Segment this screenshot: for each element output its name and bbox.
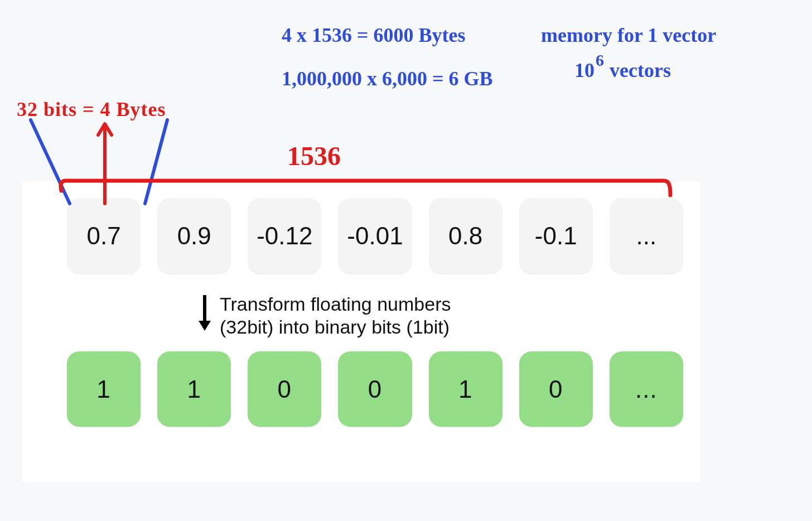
bit-cell: 0 (338, 351, 412, 427)
quantization-panel: 0.7 0.9 -0.12 -0.01 0.8 -0.1 ... Transfo… (22, 181, 700, 483)
label-32bits: 32 bits = 4 Bytes (17, 98, 166, 121)
float-cell: -0.12 (248, 198, 321, 273)
svg-marker-1 (199, 321, 211, 331)
label-vector-count: 106vectors (574, 59, 671, 82)
vectors-exp: 6 (596, 51, 604, 69)
float-cell: 0.8 (429, 198, 502, 273)
vectors-tail: vectors (610, 59, 671, 81)
float-cell: -0.1 (519, 198, 593, 273)
label-dimension-1536: 1536 (287, 141, 341, 171)
float-cell: 0.7 (67, 198, 141, 273)
diagram-stage: 4 x 1536 = 6000 Bytes 1,000,000 x 6,000 … (0, 0, 812, 521)
arrow-down-icon (195, 293, 214, 332)
float-vector-row: 0.7 0.9 -0.12 -0.01 0.8 -0.1 ... (67, 198, 683, 273)
bit-cell: 0 (519, 351, 593, 427)
bit-cell: 1 (157, 351, 231, 427)
bit-cell: 0 (248, 351, 321, 427)
float-cell: -0.01 (338, 198, 412, 273)
binary-vector-row: 1 1 0 0 1 0 ... (67, 351, 683, 427)
calc-total-memory: 1,000,000 x 6,000 = 6 GB (282, 67, 493, 90)
calc-bytes-per-vector: 4 x 1536 = 6000 Bytes (282, 23, 466, 47)
vectors-base: 10 (574, 59, 594, 81)
bit-cell: 1 (429, 351, 502, 427)
float-cell-ellipsis: ... (610, 198, 683, 273)
bit-cell-ellipsis: ... (610, 351, 683, 427)
transform-step: Transform floating numbers (32bit) into … (195, 293, 451, 339)
float-cell: 0.9 (157, 198, 231, 273)
transform-caption-line1: Transform floating numbers (220, 293, 451, 315)
transform-caption-line2: (32bit) into binary bits (1bit) (220, 316, 450, 337)
bit-cell: 1 (67, 351, 141, 427)
label-memory-one-vector: memory for 1 vector (541, 23, 716, 47)
transform-caption: Transform floating numbers (32bit) into … (220, 293, 451, 339)
